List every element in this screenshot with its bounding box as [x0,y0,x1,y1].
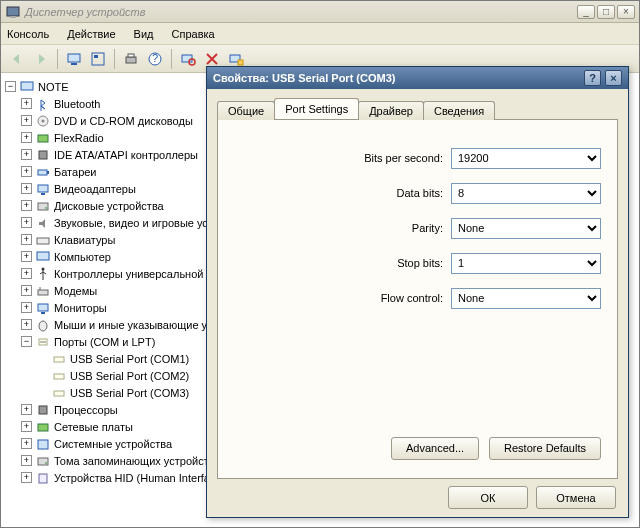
dialog-titlebar: Свойства: USB Serial Port (COM3) ? × [207,67,628,89]
svg-rect-6 [126,57,136,63]
ok-button[interactable]: ОК [448,486,528,509]
svg-point-31 [39,321,47,331]
svg-rect-5 [94,55,98,58]
expand-icon[interactable]: + [21,132,32,143]
expand-icon[interactable]: + [21,268,32,279]
svg-rect-30 [41,312,45,314]
tree-item-label: DVD и CD-ROM дисководы [54,115,193,127]
svg-rect-37 [54,374,64,379]
tree-item-label: Тома запоминающих устройств [54,455,215,467]
battery-icon [35,164,51,180]
computer-icon[interactable] [62,47,86,71]
svg-rect-3 [71,63,77,65]
svg-rect-36 [54,357,64,362]
scan-hardware-icon[interactable] [176,47,200,71]
svg-rect-1 [10,16,16,18]
menu-view[interactable]: Вид [134,28,154,40]
card-icon [35,419,51,435]
tab-driver[interactable]: Драйвер [358,101,424,120]
dialog-help-button[interactable]: ? [584,70,601,86]
advanced-button[interactable]: Advanced... [391,437,479,460]
expand-icon[interactable]: + [21,98,32,109]
minimize-button[interactable]: _ [577,5,595,19]
databits-select[interactable]: 8 [451,183,601,204]
stopbits-select[interactable]: 1 [451,253,601,274]
bluetooth-icon [35,96,51,112]
properties-icon[interactable] [86,47,110,71]
restore-defaults-button[interactable]: Restore Defaults [489,437,601,460]
print-icon[interactable] [119,47,143,71]
help-icon[interactable]: ? [143,47,167,71]
expand-icon[interactable]: + [21,438,32,449]
expand-icon[interactable]: + [21,115,32,126]
svg-rect-29 [38,304,48,311]
svg-rect-21 [38,185,48,192]
svg-rect-25 [37,238,49,244]
menu-help[interactable]: Справка [172,28,215,40]
serial-icon [51,368,67,384]
svg-rect-14 [21,82,33,90]
expand-icon[interactable]: + [21,183,32,194]
separator-icon [171,49,172,69]
tree-item-label: FlexRadio [54,132,104,144]
device-tree[interactable]: − NOTE +Bluetooth+DVD и CD-ROM дисководы… [1,74,241,527]
svg-rect-4 [92,53,104,65]
svg-rect-23 [38,203,48,210]
dialog-close-button[interactable]: × [605,70,622,86]
expand-icon[interactable]: + [21,200,32,211]
forward-button[interactable] [29,47,53,71]
tree-item-label: Мониторы [54,302,107,314]
expand-icon[interactable]: + [21,149,32,160]
chip-icon [35,147,51,163]
expand-icon[interactable]: + [21,302,32,313]
svg-point-33 [40,341,42,343]
flowcontrol-select[interactable]: None [451,288,601,309]
parity-label: Parity: [412,222,443,234]
cancel-button[interactable]: Отмена [536,486,616,509]
tab-port-settings[interactable]: Port Settings [274,98,359,119]
expand-icon[interactable]: + [21,404,32,415]
monitor-icon [35,300,51,316]
bps-select[interactable]: 19200 [451,148,601,169]
svg-rect-13 [238,60,243,65]
expand-icon[interactable]: + [21,217,32,228]
sound-icon [35,215,51,231]
svg-rect-28 [38,290,48,295]
expand-icon[interactable]: + [21,251,32,262]
dialog-title: Свойства: USB Serial Port (COM3) [213,72,580,84]
expand-icon[interactable]: + [21,472,32,483]
svg-text:?: ? [152,52,158,64]
tree-root[interactable]: − NOTE [5,78,239,95]
menu-console[interactable]: Консоль [7,28,49,40]
collapse-icon[interactable]: − [21,336,32,347]
bps-label: Bits per second: [364,152,443,164]
tree-item-label: Процессоры [54,404,118,416]
window-title: Диспетчер устройств [25,6,577,18]
svg-rect-7 [128,54,134,57]
card-icon [35,130,51,146]
expand-icon[interactable]: + [21,319,32,330]
svg-rect-41 [38,440,48,449]
collapse-icon[interactable]: − [5,81,16,92]
svg-point-27 [42,267,45,270]
expand-icon[interactable]: + [21,455,32,466]
expand-icon[interactable]: + [21,421,32,432]
svg-rect-38 [54,391,64,396]
svg-rect-39 [39,406,47,414]
back-button[interactable] [5,47,29,71]
computer-icon [35,249,51,265]
tab-details[interactable]: Сведения [423,101,495,120]
tab-general[interactable]: Общие [217,101,275,120]
menu-action[interactable]: Действие [67,28,115,40]
close-button[interactable]: × [617,5,635,19]
expand-icon[interactable]: + [21,166,32,177]
drive-icon [35,198,51,214]
parity-select[interactable]: None [451,218,601,239]
svg-rect-42 [38,458,48,465]
expand-icon[interactable]: + [21,234,32,245]
tree-item-label: USB Serial Port (COM1) [70,353,189,365]
expand-icon[interactable]: + [21,285,32,296]
chip-icon [35,402,51,418]
tree-item-label: Модемы [54,285,97,297]
maximize-button[interactable]: □ [597,5,615,19]
